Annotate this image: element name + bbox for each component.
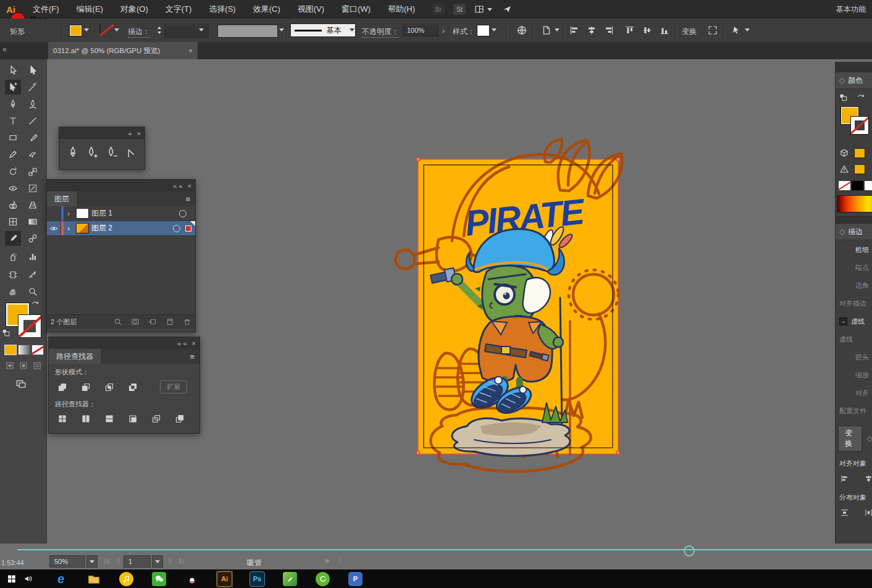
close-panel-icon[interactable]: × (137, 130, 141, 137)
document-setup-icon[interactable] (541, 25, 552, 36)
publish-online-icon[interactable] (516, 25, 527, 36)
status-expand-icon[interactable] (336, 557, 344, 565)
recorder-progress-knob[interactable] (684, 545, 695, 556)
style-caret-icon[interactable] (492, 28, 497, 32)
target-circle-icon[interactable] (179, 210, 187, 217)
target-circle-icon[interactable] (173, 225, 180, 232)
arrange-caret-icon[interactable] (487, 8, 492, 11)
line-segment-tool[interactable] (25, 114, 41, 128)
menu-object[interactable]: 对象(O) (112, 0, 157, 19)
stroke-panel-tab[interactable]: ◇描边 (836, 224, 872, 240)
pencil-tool[interactable] (5, 147, 21, 162)
photoshop-taskbar-item[interactable]: Ps (249, 571, 265, 587)
opacity-expand-icon[interactable]: › (442, 27, 445, 35)
select-similar-caret-icon[interactable] (745, 28, 750, 32)
stroke-caret-icon[interactable] (114, 28, 119, 32)
curvature-tool[interactable] (25, 97, 41, 112)
powerpoint-taskbar-item[interactable]: P (348, 571, 363, 587)
type-tool[interactable] (5, 114, 21, 128)
isolate-selected-icon[interactable] (708, 25, 718, 35)
close-document-icon[interactable]: × (188, 47, 193, 54)
close-panel-icon[interactable]: × (188, 182, 191, 190)
merge-button[interactable] (102, 413, 117, 425)
stroke-color-proxy[interactable] (850, 116, 869, 135)
symbol-sprayer-tool[interactable] (5, 250, 21, 264)
pen-tool-icon[interactable] (67, 146, 79, 159)
layers-tab[interactable]: 图层 (47, 191, 77, 206)
out-of-web-icon[interactable] (839, 148, 849, 158)
collapse-panels-icon[interactable]: « (2, 45, 7, 54)
edge-taskbar-item[interactable]: e (53, 571, 69, 587)
qqmusic-taskbar-item[interactable] (119, 571, 134, 587)
menu-window[interactable]: 窗口(W) (333, 0, 379, 19)
magic-wand-tool[interactable] (25, 80, 41, 94)
collapse-panel-icon[interactable]: « « (173, 182, 182, 190)
stroke-weight-label[interactable]: 描边： (128, 27, 150, 38)
last-artboard-icon[interactable] (178, 557, 186, 565)
menu-edit[interactable]: 编辑(E) (68, 0, 112, 19)
align-objects-left-icon[interactable] (841, 473, 849, 484)
group-selection-tool[interactable] (5, 80, 21, 94)
opacity-label[interactable]: 不透明度： (362, 27, 399, 38)
expand-chevron-icon[interactable]: › (64, 224, 73, 233)
workspace-switcher[interactable]: 基本功能 (836, 4, 866, 15)
stroke-variable-width-profile[interactable]: 基本 (290, 23, 356, 37)
screen-mode-icon[interactable] (15, 378, 27, 389)
swap-fill-stroke-icon[interactable] (857, 93, 865, 102)
gamut-swatch[interactable] (854, 164, 865, 174)
dock-header[interactable] (836, 62, 872, 72)
stock-badge[interactable]: St (453, 4, 466, 15)
safe360-taskbar-item[interactable] (315, 571, 330, 587)
exclude-button[interactable] (125, 381, 140, 393)
align-middle-icon[interactable] (642, 25, 652, 35)
default-fill-stroke-icon[interactable] (839, 93, 847, 101)
start-button[interactable] (4, 571, 19, 587)
unite-button[interactable] (55, 381, 70, 393)
menu-view[interactable]: 视图(V) (289, 0, 333, 19)
color-panel-tab[interactable]: ◇颜色 (836, 72, 872, 89)
transform-tab[interactable]: 变换 (838, 426, 862, 452)
menu-effect[interactable]: 效果(C) (245, 0, 289, 19)
stroke-weight-row[interactable]: 粗细 (836, 245, 869, 254)
minus-front-button[interactable] (78, 381, 93, 393)
delete-layer-icon[interactable] (183, 317, 191, 326)
rotate-tool[interactable] (5, 164, 21, 179)
gradient-tool[interactable] (25, 214, 41, 229)
color-spectrum-bar[interactable] (837, 195, 872, 212)
dashed-line-row[interactable]: – 虚线 (836, 317, 872, 326)
delete-anchor-point-icon[interactable] (106, 146, 118, 159)
stroke-weight-caret-icon[interactable] (199, 28, 204, 32)
fill-color-swatch[interactable] (69, 25, 82, 36)
menu-type[interactable]: 文字(T) (157, 0, 201, 19)
shape-builder-tool[interactable] (5, 198, 21, 212)
swap-fill-stroke-icon[interactable] (31, 300, 40, 309)
pen-tool[interactable] (5, 97, 21, 112)
width-tool[interactable] (5, 181, 21, 196)
transform-button[interactable]: 变换 (682, 27, 697, 37)
align-right-icon[interactable] (604, 25, 614, 35)
zoom-caret-box[interactable] (86, 555, 98, 568)
eyedropper-tool[interactable] (5, 231, 21, 246)
panel-menu-icon[interactable]: ≡ (190, 352, 195, 361)
align-left-icon[interactable] (569, 25, 579, 35)
black-chip[interactable] (851, 180, 864, 191)
trim-button[interactable] (78, 413, 93, 425)
direct-selection-tool[interactable] (25, 63, 41, 78)
qq-taskbar-item[interactable] (184, 571, 199, 587)
artboard-caret-box[interactable] (152, 555, 163, 568)
dashed-line-checkbox[interactable]: – (839, 317, 847, 326)
perspective-grid-tool[interactable] (25, 198, 41, 212)
web-safe-swatch[interactable] (854, 148, 865, 158)
gradient-mode-button[interactable] (18, 345, 30, 355)
layer-row-1[interactable]: › 图层 1 (47, 206, 195, 221)
draw-normal-icon[interactable] (5, 361, 15, 371)
volume-button[interactable] (20, 571, 36, 587)
stroke-color-swatch[interactable] (99, 24, 101, 34)
select-similar-icon[interactable] (731, 25, 741, 35)
artboard-tool[interactable] (5, 267, 21, 282)
mesh-tool[interactable] (5, 214, 21, 229)
opacity-value[interactable]: 100% (407, 27, 424, 34)
artwork-canvas[interactable]: PIRATE (383, 136, 630, 476)
panel-menu-icon[interactable]: ≡ (185, 195, 190, 204)
distribute-horizontal-icon[interactable] (865, 507, 872, 518)
